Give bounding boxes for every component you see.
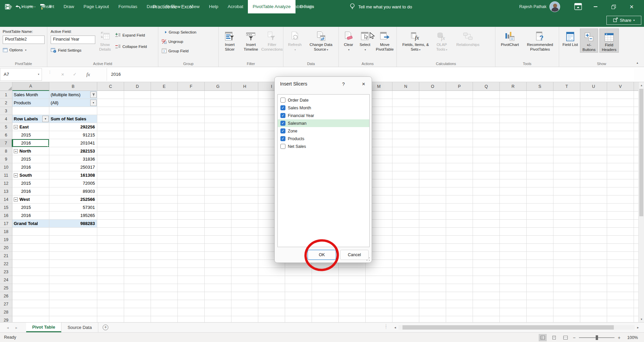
cell-e23[interactable] <box>151 268 178 276</box>
cell-t15[interactable] <box>553 204 580 212</box>
cell-m24[interactable] <box>366 276 392 284</box>
collapse-ribbon-icon[interactable]: ▴ <box>637 61 638 64</box>
cell-f18[interactable] <box>178 228 205 236</box>
cell-h13[interactable] <box>231 187 258 195</box>
cell-w18[interactable] <box>634 228 638 236</box>
row-header-3[interactable]: 3 <box>0 107 12 115</box>
cell-b21[interactable] <box>49 252 97 260</box>
filter-dropdown-icon[interactable]: ▾ <box>90 100 97 106</box>
tab-page-layout[interactable]: Page Layout <box>79 0 114 13</box>
cell-a16[interactable]: 2016 <box>12 212 49 220</box>
cell-c13[interactable] <box>97 187 124 195</box>
cell-t17[interactable] <box>553 220 580 228</box>
cell-u20[interactable] <box>580 244 607 252</box>
cell-w19[interactable] <box>634 236 638 244</box>
cell-h5[interactable] <box>231 123 258 131</box>
cell-w15[interactable] <box>634 204 638 212</box>
cell-q6[interactable] <box>473 131 500 139</box>
tab-file[interactable]: File <box>0 0 17 13</box>
cell-v6[interactable] <box>607 131 634 139</box>
cell-b24[interactable] <box>49 276 97 284</box>
scroll-right-icon[interactable]: ▸ <box>635 326 641 329</box>
cell-t28[interactable] <box>553 308 580 316</box>
cell-s25[interactable] <box>527 284 553 292</box>
row-header-19[interactable]: 19 <box>0 236 12 244</box>
cell-b12[interactable]: 72005 <box>49 179 97 187</box>
cell-i28[interactable] <box>258 308 285 316</box>
slicer-option-zone[interactable]: ✓Zone <box>278 127 369 135</box>
cell-o29[interactable] <box>419 316 446 322</box>
cell-a26[interactable] <box>12 292 49 300</box>
cell-r24[interactable] <box>500 276 527 284</box>
row-header-6[interactable]: 6 <box>0 131 12 139</box>
cell-n29[interactable] <box>392 316 419 322</box>
cell-a12[interactable]: 2015 <box>12 179 49 187</box>
cell-o28[interactable] <box>419 308 446 316</box>
cell-r17[interactable] <box>500 220 527 228</box>
cell-a29[interactable] <box>12 316 49 322</box>
cell-f13[interactable] <box>178 187 205 195</box>
cell-d3[interactable] <box>124 107 151 115</box>
cell-v4[interactable] <box>607 115 634 123</box>
cell-a2[interactable]: Products <box>12 99 49 107</box>
cell-b22[interactable] <box>49 260 97 268</box>
cell-k28[interactable] <box>312 308 339 316</box>
cell-w2[interactable] <box>634 99 638 107</box>
cell-n12[interactable] <box>392 179 419 187</box>
dialog-close-button[interactable]: × <box>358 79 369 89</box>
cell-h10[interactable] <box>231 163 258 171</box>
cell-s22[interactable] <box>527 260 553 268</box>
cell-v7[interactable] <box>607 139 634 147</box>
cell-c1[interactable] <box>97 91 124 99</box>
cell-w28[interactable] <box>634 308 638 316</box>
cell-w8[interactable] <box>634 147 638 155</box>
cell-h15[interactable] <box>231 204 258 212</box>
cell-s9[interactable] <box>527 155 553 163</box>
cell-d7[interactable] <box>124 139 151 147</box>
cell-d9[interactable] <box>124 155 151 163</box>
cell-q25[interactable] <box>473 284 500 292</box>
cell-g11[interactable] <box>205 171 231 179</box>
cell-m28[interactable] <box>366 308 392 316</box>
cell-r28[interactable] <box>500 308 527 316</box>
collapse-group-icon[interactable]: − <box>14 173 18 177</box>
cell-g2[interactable] <box>205 99 231 107</box>
cell-a5[interactable]: −East <box>12 123 49 131</box>
refresh-button[interactable]: Refresh▾ <box>285 28 304 52</box>
cell-n20[interactable] <box>392 244 419 252</box>
row-header-1[interactable]: 1 <box>0 91 12 99</box>
checkbox-financial-year[interactable]: ✓ <box>280 113 285 118</box>
cell-u7[interactable] <box>580 139 607 147</box>
row-header-21[interactable]: 21 <box>0 252 12 260</box>
cell-h23[interactable] <box>231 268 258 276</box>
cell-g9[interactable] <box>205 155 231 163</box>
cell-v11[interactable] <box>607 171 634 179</box>
cell-f24[interactable] <box>178 276 205 284</box>
cell-h9[interactable] <box>231 155 258 163</box>
cell-u24[interactable] <box>580 276 607 284</box>
cell-i26[interactable] <box>258 292 285 300</box>
column-header-v[interactable]: V <box>607 82 634 91</box>
cell-n3[interactable] <box>392 107 419 115</box>
cell-e11[interactable] <box>151 171 178 179</box>
cell-o17[interactable] <box>419 220 446 228</box>
cell-w9[interactable] <box>634 155 638 163</box>
cell-d21[interactable] <box>124 252 151 260</box>
sheet-tab-pivot-table[interactable]: Pivot Table <box>26 323 61 332</box>
cell-f19[interactable] <box>178 236 205 244</box>
cell-h11[interactable] <box>231 171 258 179</box>
cell-b15[interactable]: 57301 <box>49 204 97 212</box>
formula-bar-splitter[interactable]: ⋮ <box>48 71 49 78</box>
cell-a28[interactable] <box>12 308 49 316</box>
cell-e14[interactable] <box>151 195 178 204</box>
cell-r3[interactable] <box>500 107 527 115</box>
cell-k26[interactable] <box>312 292 339 300</box>
cell-s29[interactable] <box>527 316 553 322</box>
row-header-11[interactable]: 11 <box>0 171 12 179</box>
cell-r14[interactable] <box>500 195 527 204</box>
cell-t1[interactable] <box>553 91 580 99</box>
horizontal-scroll-track[interactable] <box>398 325 635 330</box>
cell-e17[interactable] <box>151 220 178 228</box>
cell-g13[interactable] <box>205 187 231 195</box>
slicer-option-products[interactable]: ✓Products <box>278 135 369 142</box>
